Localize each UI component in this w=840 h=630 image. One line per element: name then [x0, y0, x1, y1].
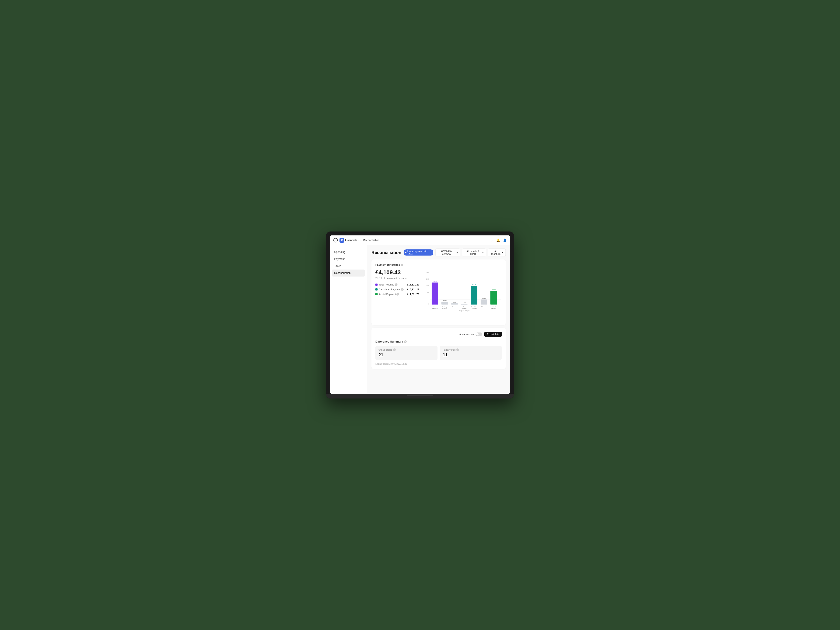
payment-diff-amount: £4,109.43 — [375, 269, 419, 276]
main-content: Reconciliation Latest payment date: 3/5/… — [367, 245, 510, 394]
info-icon: i — [401, 264, 403, 266]
laptop-base — [326, 394, 514, 398]
payment-diff-pct: 27.2% of Calculated Payment — [375, 277, 419, 279]
info-icon-unpaid: i — [393, 348, 396, 351]
svg-text:Total: Total — [434, 306, 436, 307]
info-icon-revenue: i — [395, 283, 398, 286]
difference-summary-card: Advance view Export data Difference Summ… — [371, 328, 506, 369]
svg-text:-£4.1K: -£4.1K — [482, 298, 486, 299]
bar-tax — [461, 304, 468, 304]
logo-icon: ○ — [333, 238, 338, 243]
metric-actual-payment: Acutal Payment i £11,001.79 — [375, 293, 419, 296]
topbar-actions: ⌕ 🔔 👤 — [489, 238, 507, 242]
info-icon-calc: i — [401, 288, 404, 291]
partially-paid-card: Partially Paid i 11 — [440, 346, 502, 360]
summary-card-header: Advance view Export data — [375, 332, 502, 337]
svg-text:£5K: £5K — [426, 292, 429, 294]
search-icon[interactable]: ⌕ — [489, 238, 494, 242]
payment-diff-layout: Payment Difference i £4,109.43 27.2% of … — [375, 263, 502, 321]
svg-text:Revenue: Revenue — [432, 308, 438, 309]
svg-text:-£101: -£101 — [463, 302, 466, 303]
metric-dot-revenue — [375, 284, 377, 286]
bar-chart: £30K £20K £10K £5K £0 £18.1K -£2.1 — [423, 263, 502, 320]
info-icon-actual: i — [396, 293, 399, 296]
bar-difference — [481, 299, 487, 304]
svg-text:£0: £0 — [428, 303, 429, 305]
svg-text:Payment: Payment — [491, 308, 496, 309]
svg-text:Withheld: Withheld — [462, 308, 467, 309]
svg-text:Delivery: Delivery — [442, 306, 447, 307]
unpaid-orders-card: Unpaid orders i 21 — [375, 346, 437, 360]
svg-text:Difference: Difference — [481, 306, 487, 307]
payment-diff-title: Payment Difference i — [375, 263, 419, 266]
unpaid-orders-value: 21 — [379, 352, 434, 358]
bell-icon[interactable]: 🔔 — [496, 238, 500, 242]
nav-separator: / — [360, 239, 361, 242]
info-icon-partial: i — [456, 348, 459, 351]
svg-text:-£562: -£562 — [453, 301, 456, 303]
bar-discount — [451, 303, 458, 304]
svg-text:Payment: Payment — [471, 308, 477, 309]
app-icon: F — [339, 238, 344, 243]
date-range-filter[interactable]: 02/27/23 - 03/05/23 ▾ — [436, 249, 460, 257]
svg-text:£20K: £20K — [426, 278, 429, 280]
advance-view-toggle-wrap: Advance view — [459, 332, 482, 336]
laptop-screen: ○ F Financials ▾ / Reconciliation ⌕ 🔔 👤 — [330, 235, 510, 394]
payment-badge: Latest payment date: 3/5/23 — [404, 249, 433, 255]
svg-text:Calculated: Calculated — [471, 306, 477, 307]
sidebar-item-taxes[interactable]: Taxes — [330, 263, 367, 269]
svg-text:Tax: Tax — [463, 306, 465, 307]
bar-actual-payment — [490, 291, 497, 304]
svg-text:£11.0K: £11.0K — [491, 289, 496, 290]
channels-filter[interactable]: All channels ▾ — [488, 249, 506, 257]
svg-text:-£2.1K: -£2.1K — [443, 300, 447, 301]
svg-text:£30K: £30K — [426, 271, 429, 273]
page-title: Reconciliation — [371, 250, 401, 255]
sidebar-item-payment[interactable]: Payment — [330, 255, 367, 263]
header-filters: 02/27/23 - 03/05/23 ▾ All brands & store… — [436, 249, 506, 257]
partially-paid-value: 11 — [443, 352, 499, 358]
export-data-button[interactable]: Export data — [484, 332, 502, 337]
last-updated-text: Last updated: 18/08/2022, 18:25 — [375, 363, 502, 365]
bar-delivery — [441, 302, 448, 304]
payment-difference-card: Payment Difference i £4,109.43 27.2% of … — [371, 260, 506, 325]
financials-nav[interactable]: Financials ▾ — [345, 239, 359, 242]
unpaid-orders-label: Unpaid orders i — [379, 348, 434, 351]
brands-stores-filter[interactable]: All brands & stores ▾ — [462, 249, 486, 257]
bar-calc-payment — [471, 286, 477, 304]
topbar: ○ F Financials ▾ / Reconciliation ⌕ 🔔 👤 — [330, 235, 510, 245]
metric-calc-payment: Calculated Payment i £15,111.22 — [375, 288, 419, 291]
advance-view-label: Advance view — [459, 333, 474, 335]
payment-diff-left: Payment Difference i £4,109.43 27.2% of … — [375, 263, 419, 321]
info-icon-summary: i — [404, 340, 407, 343]
svg-text:£18.1K: £18.1K — [433, 281, 437, 282]
summary-cards-grid: Unpaid orders i 21 Partially Paid i 11 — [375, 346, 502, 360]
chart-area: £30K £20K £10K £5K £0 £18.1K -£2.1 — [423, 263, 502, 321]
laptop-frame: ○ F Financials ▾ / Reconciliation ⌕ 🔔 👤 — [326, 232, 514, 398]
metric-dot-actual — [375, 293, 377, 295]
bar-total-revenue — [432, 282, 438, 304]
main-layout: Spending Payment Taxes Reconciliation Re… — [330, 245, 510, 394]
nav-page-label: Reconciliation — [363, 239, 379, 242]
metric-dot-calc — [375, 288, 377, 290]
page-header: Reconciliation Latest payment date: 3/5/… — [371, 249, 506, 257]
advance-view-toggle[interactable] — [475, 332, 482, 336]
sidebar-item-reconciliation[interactable]: Reconciliation — [332, 269, 365, 277]
svg-text:Actual: Actual — [492, 306, 496, 307]
svg-text:Charges: Charges — [442, 308, 447, 309]
partially-paid-label: Partially Paid i — [443, 348, 499, 351]
sidebar-item-spending[interactable]: Spending — [330, 249, 367, 255]
metric-total-revenue: Total Revenue i £18,111.22 — [375, 283, 419, 286]
badge-dot — [405, 252, 406, 253]
sidebar: Spending Payment Taxes Reconciliation — [330, 245, 367, 394]
svg-text:Discount: Discount — [452, 306, 457, 307]
user-icon[interactable]: 👤 — [503, 238, 507, 242]
diff-summary-title: Difference Summary i — [375, 340, 502, 343]
svg-text:£10K: £10K — [426, 285, 429, 287]
svg-text:£15.1K: £15.1K — [472, 284, 476, 285]
svg-text:Aug 21 - Aug 27: Aug 21 - Aug 27 — [459, 310, 469, 312]
